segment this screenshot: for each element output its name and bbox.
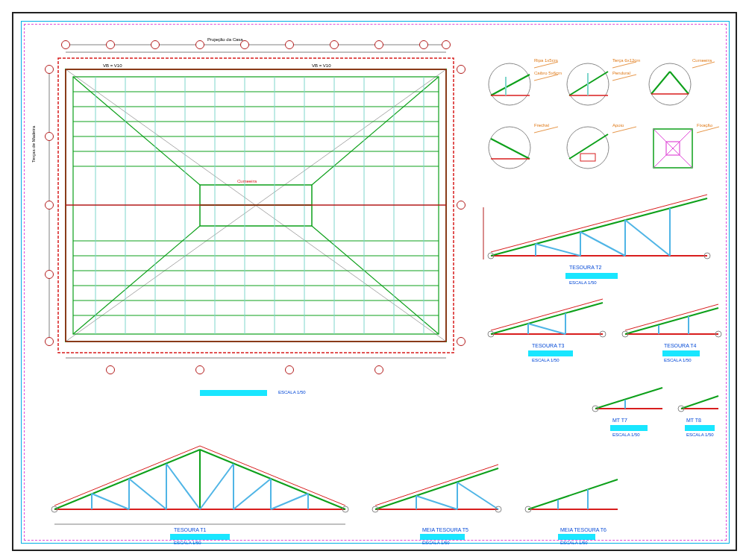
svg-line-55	[612, 75, 636, 81]
truss-t1-title: TESOURA T1	[174, 527, 206, 532]
svg-rect-67	[580, 154, 595, 161]
svg-line-6	[312, 226, 439, 334]
svg-line-58	[670, 72, 689, 94]
scale-bar-t3	[528, 350, 573, 356]
svg-line-132	[375, 465, 498, 506]
grid-marker-col-3	[151, 40, 160, 49]
truss-t7	[592, 388, 662, 412]
scale-text-t5: ESCALA 1/50	[422, 541, 450, 545]
scale-bar-t6	[558, 534, 595, 540]
detail-1	[489, 62, 558, 105]
truss-t8	[678, 396, 718, 412]
grid-marker-col-1	[61, 40, 70, 49]
svg-line-4	[312, 77, 439, 185]
svg-line-64	[534, 127, 558, 133]
detail-1-note1: Ripa 1x5cm	[534, 58, 558, 63]
svg-line-125	[233, 479, 271, 509]
scale-text-t2: ESCALA 1/50	[569, 280, 597, 285]
svg-line-54	[612, 62, 636, 68]
scale-bar-t4	[662, 350, 700, 356]
detail-6	[653, 127, 719, 168]
grid-marker-col-2	[106, 40, 115, 49]
svg-line-68	[612, 127, 636, 133]
scale-text-plan: ESCALA 1/50	[278, 390, 306, 394]
grid-marker-col-8	[374, 40, 383, 49]
svg-line-92	[528, 324, 565, 334]
svg-line-112	[54, 446, 200, 506]
detail-1-note2: Caibro 5x6cm	[534, 71, 562, 75]
detail-4	[489, 127, 558, 169]
grid-marker-col-7	[330, 40, 339, 49]
grid-marker-col-6	[285, 40, 294, 49]
detail-2-note2: Pendural	[612, 71, 630, 75]
detail-6-note1: Fixação	[697, 123, 712, 128]
truss-t2-title: TESOURA T2	[569, 265, 601, 270]
truss-t6-title: MEIA TESOURA T6	[560, 527, 606, 532]
svg-line-124	[200, 464, 233, 509]
grid-marker-col-9	[419, 40, 428, 49]
grid-marker-row-c-r	[457, 201, 466, 210]
note-left: Terças de Madeira	[31, 126, 36, 163]
scale-bar-plan	[200, 390, 267, 396]
svg-line-57	[651, 72, 670, 94]
truss-t8-title: MT T8	[686, 418, 701, 423]
scale-bar-t1	[170, 534, 230, 540]
grid-marker-col-4	[195, 40, 204, 49]
svg-line-83	[625, 220, 670, 256]
grid-marker-row-a	[45, 65, 54, 74]
svg-line-113	[200, 446, 345, 506]
svg-line-76	[491, 195, 707, 252]
svg-line-49	[534, 75, 558, 81]
grid-marker-col-8b	[374, 365, 383, 374]
svg-line-140	[528, 479, 618, 509]
truss-t2	[483, 195, 710, 259]
svg-line-81	[536, 244, 580, 256]
scale-bar-t7	[610, 425, 648, 431]
drawing-canvas	[13, 13, 736, 550]
truss-t4-title: TESOURA T4	[664, 343, 696, 348]
truss-t3	[488, 299, 606, 337]
svg-line-97	[625, 304, 718, 330]
svg-line-135	[416, 496, 457, 509]
svg-line-5	[73, 226, 200, 334]
truss-t7-title: MT T7	[612, 418, 627, 423]
detail-2-note1: Terça 6x12cm	[612, 58, 640, 63]
detail-5-note1: Apoio	[612, 123, 624, 128]
svg-line-62	[491, 139, 530, 159]
scale-text-t3: ESCALA 1/50	[532, 358, 560, 362]
truss-t4	[622, 304, 721, 337]
scale-text-t4: ESCALA 1/50	[664, 358, 692, 362]
svg-line-136	[457, 482, 498, 509]
scale-text-t1: ESCALA 1/50	[174, 541, 201, 545]
svg-point-44	[489, 63, 530, 105]
scale-text-t6: ESCALA 1/50	[560, 541, 588, 545]
truss-t3-title: TESOURA T3	[532, 343, 564, 348]
scale-text-t7: ESCALA 1/50	[612, 432, 640, 437]
detail-3-note1: Cumeeira	[692, 58, 712, 63]
detail-4-note1: Frechal	[534, 123, 549, 128]
note-top: Projeção da Casa	[207, 37, 243, 42]
truss-t6	[525, 479, 618, 512]
grid-marker-row-a-r	[457, 65, 466, 74]
svg-line-107	[681, 396, 718, 409]
svg-line-75	[491, 198, 707, 256]
roof-plan	[49, 45, 454, 358]
detail-3	[649, 62, 715, 105]
truss-t1	[51, 446, 348, 524]
grid-marker-row-d	[45, 270, 54, 279]
grid-marker-col-2b	[106, 365, 115, 374]
svg-line-89	[491, 299, 603, 330]
grid-marker-row-e	[45, 337, 54, 346]
truss-t5	[372, 465, 501, 512]
svg-line-3	[73, 77, 200, 185]
grid-marker-col-10	[442, 40, 451, 49]
svg-line-126	[271, 494, 308, 509]
detail-2	[567, 62, 636, 105]
ridge-label: Cumeeira	[237, 179, 257, 183]
svg-line-121	[92, 494, 129, 509]
beam-label-1: VB = V10	[103, 63, 122, 68]
scale-bar-t5	[420, 534, 465, 540]
svg-line-66	[569, 134, 608, 159]
grid-marker-col-6b	[285, 365, 294, 374]
grid-marker-row-e-r	[457, 337, 466, 346]
